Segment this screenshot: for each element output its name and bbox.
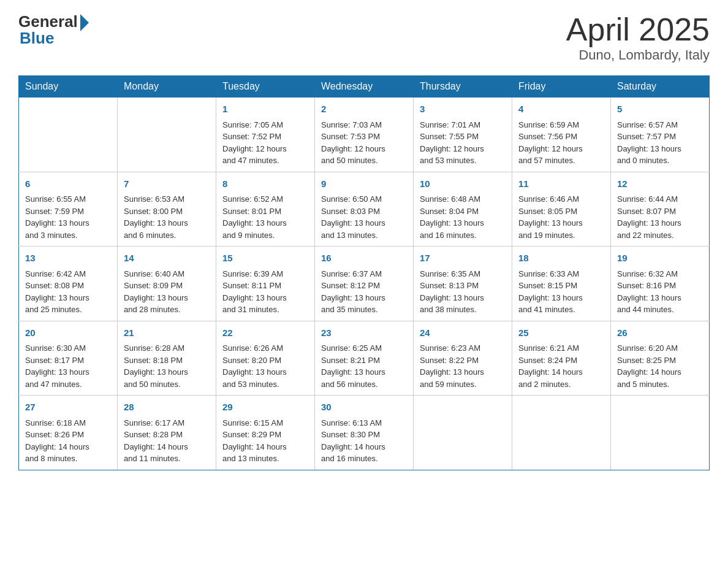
day-info: Sunset: 7:55 PM [420, 131, 506, 143]
day-number: 9 [321, 177, 407, 191]
day-info: Sunset: 8:08 PM [25, 280, 111, 292]
day-info: Sunrise: 6:39 AM [222, 268, 308, 280]
day-info: Sunrise: 6:46 AM [518, 193, 604, 205]
day-info: Daylight: 12 hours [518, 143, 604, 155]
day-info: Daylight: 13 hours [222, 366, 308, 378]
day-number: 10 [420, 177, 506, 191]
day-info: Sunset: 8:03 PM [321, 205, 407, 218]
day-info: Sunset: 7:52 PM [222, 131, 308, 143]
calendar-header-row: SundayMondayTuesdayWednesdayThursdayFrid… [19, 76, 710, 98]
day-number: 27 [25, 400, 111, 415]
day-info: Sunset: 8:22 PM [420, 354, 506, 367]
day-number: 5 [617, 102, 703, 117]
day-info: Daylight: 13 hours [222, 292, 308, 304]
day-info: Sunset: 7:53 PM [321, 131, 407, 143]
day-number: 26 [617, 326, 703, 340]
day-info: and 19 minutes. [518, 229, 604, 242]
day-info: Sunset: 8:01 PM [222, 205, 308, 218]
calendar-cell: 15Sunrise: 6:39 AMSunset: 8:11 PMDayligh… [216, 247, 315, 321]
day-info: Sunrise: 6:57 AM [617, 119, 703, 131]
day-number: 16 [321, 251, 407, 266]
day-info: Daylight: 13 hours [321, 366, 407, 378]
calendar-cell: 1Sunrise: 7:05 AMSunset: 7:52 PMDaylight… [216, 98, 315, 172]
day-info: Sunrise: 7:05 AM [222, 119, 308, 131]
day-info: and 28 minutes. [124, 304, 210, 316]
day-info: Daylight: 13 hours [518, 217, 604, 229]
day-info: Daylight: 13 hours [124, 292, 210, 304]
day-info: and 41 minutes. [518, 304, 604, 316]
day-info: and 9 minutes. [222, 229, 308, 242]
day-info: and 57 minutes. [518, 155, 604, 167]
calendar-cell: 29Sunrise: 6:15 AMSunset: 8:29 PMDayligh… [216, 396, 315, 470]
day-number: 7 [124, 177, 210, 191]
day-info: Sunrise: 6:26 AM [222, 342, 308, 354]
day-info: Sunset: 7:56 PM [518, 131, 604, 143]
day-info: and 50 minutes. [124, 378, 210, 391]
calendar-cell: 30Sunrise: 6:13 AMSunset: 8:30 PMDayligh… [315, 396, 414, 470]
day-info: Daylight: 13 hours [222, 217, 308, 229]
calendar-cell [414, 396, 512, 470]
day-info: Sunrise: 6:50 AM [321, 193, 407, 205]
day-info: Sunset: 8:00 PM [124, 205, 210, 218]
day-info: Daylight: 14 hours [124, 441, 210, 453]
calendar-cell: 9Sunrise: 6:50 AMSunset: 8:03 PMDaylight… [315, 172, 414, 247]
calendar-table: SundayMondayTuesdayWednesdayThursdayFrid… [18, 75, 710, 470]
page-subtitle: Duno, Lombardy, Italy [566, 47, 710, 63]
day-info: and 50 minutes. [321, 155, 407, 167]
day-info: Sunrise: 6:30 AM [25, 342, 111, 354]
day-info: and 3 minutes. [25, 229, 111, 242]
day-info: Sunrise: 6:37 AM [321, 268, 407, 280]
day-number: 28 [124, 400, 210, 415]
calendar-cell: 11Sunrise: 6:46 AMSunset: 8:05 PMDayligh… [512, 172, 611, 247]
day-info: Sunrise: 6:53 AM [124, 193, 210, 205]
day-info: Sunset: 8:24 PM [518, 354, 604, 367]
day-info: and 31 minutes. [222, 304, 308, 316]
day-info: and 44 minutes. [617, 304, 703, 316]
day-info: and 56 minutes. [321, 378, 407, 391]
day-number: 11 [518, 177, 604, 191]
calendar-cell: 14Sunrise: 6:40 AMSunset: 8:09 PMDayligh… [118, 247, 216, 321]
calendar-cell: 12Sunrise: 6:44 AMSunset: 8:07 PMDayligh… [611, 172, 710, 247]
calendar-cell [611, 396, 710, 470]
day-info: and 47 minutes. [25, 378, 111, 391]
day-info: Sunset: 8:15 PM [518, 280, 604, 292]
day-info: Sunset: 8:28 PM [124, 429, 210, 441]
calendar-cell: 25Sunrise: 6:21 AMSunset: 8:24 PMDayligh… [512, 321, 611, 396]
calendar-cell: 7Sunrise: 6:53 AMSunset: 8:00 PMDaylight… [118, 172, 216, 247]
calendar-cell: 5Sunrise: 6:57 AMSunset: 7:57 PMDaylight… [611, 98, 710, 172]
calendar-day-header: Friday [512, 76, 611, 98]
calendar-cell: 8Sunrise: 6:52 AMSunset: 8:01 PMDaylight… [216, 172, 315, 247]
day-info: Daylight: 13 hours [617, 143, 703, 155]
day-info: Sunrise: 6:18 AM [25, 417, 111, 429]
day-info: Sunrise: 6:13 AM [321, 417, 407, 429]
day-info: Daylight: 13 hours [518, 292, 604, 304]
day-number: 14 [124, 251, 210, 266]
day-number: 12 [617, 177, 703, 191]
calendar-week-row: 6Sunrise: 6:55 AMSunset: 7:59 PMDaylight… [19, 172, 710, 247]
page-header: General Blue April 2025 Duno, Lombardy, … [18, 12, 710, 63]
day-info: and 47 minutes. [222, 155, 308, 167]
logo-arrow-icon [80, 14, 89, 31]
day-number: 4 [518, 102, 604, 117]
day-info: and 59 minutes. [420, 378, 506, 391]
calendar-cell [118, 98, 216, 172]
day-info: Daylight: 13 hours [420, 366, 506, 378]
day-number: 1 [222, 102, 308, 117]
day-info: Sunset: 8:12 PM [321, 280, 407, 292]
day-info: Daylight: 14 hours [25, 441, 111, 453]
day-info: Sunrise: 6:42 AM [25, 268, 111, 280]
day-info: Sunset: 8:25 PM [617, 354, 703, 367]
day-info: Sunset: 8:04 PM [420, 205, 506, 218]
calendar-cell: 20Sunrise: 6:30 AMSunset: 8:17 PMDayligh… [19, 321, 118, 396]
day-info: Daylight: 14 hours [321, 441, 407, 453]
calendar-week-row: 13Sunrise: 6:42 AMSunset: 8:08 PMDayligh… [19, 247, 710, 321]
day-info: and 22 minutes. [617, 229, 703, 242]
day-info: Sunrise: 6:21 AM [518, 342, 604, 354]
title-area: April 2025 Duno, Lombardy, Italy [566, 12, 710, 63]
day-info: Sunset: 8:20 PM [222, 354, 308, 367]
calendar-cell: 6Sunrise: 6:55 AMSunset: 7:59 PMDaylight… [19, 172, 118, 247]
day-info: and 35 minutes. [321, 304, 407, 316]
calendar-cell: 28Sunrise: 6:17 AMSunset: 8:28 PMDayligh… [118, 396, 216, 470]
day-info: Daylight: 13 hours [25, 366, 111, 378]
day-info: and 16 minutes. [321, 453, 407, 465]
